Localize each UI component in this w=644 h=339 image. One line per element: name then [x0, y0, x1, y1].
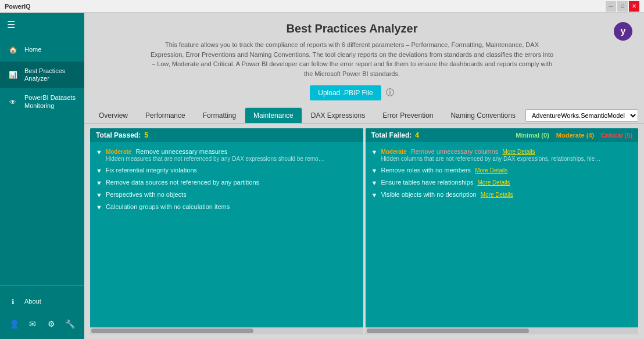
right-panel-header: Total Failed: 4 Minimal (0) Moderate (4)…	[366, 128, 639, 142]
header-actions: Upload .PBIP File ⓘ	[96, 85, 608, 100]
list-item[interactable]: ▼ Visible objects with no description Mo…	[368, 189, 636, 201]
item-title-text: Remove unnecessary columns	[411, 148, 498, 155]
maximize-button[interactable]: □	[617, 1, 628, 12]
sidebar-item-datasets-label: PowerBI Datasets Monitoring	[24, 94, 77, 109]
arrow-icon: ▼	[371, 149, 378, 156]
tools-icon[interactable]: ⚙	[45, 317, 59, 331]
yammer-logo: y	[614, 22, 632, 41]
tab-naming-conventions[interactable]: Naming Conventions	[442, 107, 524, 123]
hamburger-icon[interactable]: ☰	[7, 19, 15, 30]
sidebar-footer: ℹ About 👤 ✉ ⚙ 🔧	[0, 285, 84, 339]
minimize-button[interactable]: ─	[606, 1, 616, 12]
page-title: Best Practices Analyzer	[96, 22, 608, 35]
left-panel-header: Total Passed: 5	[90, 128, 363, 142]
list-item[interactable]: ▼ Remove data sources not referenced by …	[92, 176, 361, 189]
right-panel-body: ▼ Moderate Remove unnecessary columns Mo…	[366, 142, 639, 327]
tab-error-prevention[interactable]: Error Prevention	[374, 107, 442, 123]
item-title-row: Moderate Remove unnecessary columns More…	[381, 148, 632, 155]
item-title-text: Visible objects with no description	[381, 191, 476, 198]
right-panel: Total Failed: 4 Minimal (0) Moderate (4)…	[366, 128, 639, 334]
left-scrollbar-thumb	[91, 329, 253, 333]
item-title-text: Fix referential integrity violations	[106, 167, 197, 174]
list-item[interactable]: ▼ Moderate Remove unnecessary measures H…	[92, 146, 361, 164]
left-panel-body: ▼ Moderate Remove unnecessary measures H…	[90, 142, 363, 327]
arrow-icon: ▼	[96, 179, 102, 186]
item-title-text: Calculation groups with no calculation i…	[106, 203, 230, 210]
left-scrollbar[interactable]	[90, 327, 363, 334]
sidebar-header[interactable]: ☰	[0, 13, 84, 36]
app-body: ☰ 🏠 Home 📊 Best Practices Analyzer 👁 Pow…	[0, 13, 644, 339]
more-details-link[interactable]: More Details	[502, 149, 535, 155]
sidebar-item-about-label: About	[24, 298, 41, 305]
sidebar-item-home[interactable]: 🏠 Home	[0, 38, 84, 62]
sidebar-item-powerbi-datasets[interactable]: 👁 PowerBI Datasets Monitoring	[0, 88, 84, 115]
home-icon: 🏠	[7, 44, 19, 56]
tabs-bar: Overview Performance Formatting Maintena…	[84, 107, 644, 124]
info-icon[interactable]: ⓘ	[386, 88, 394, 98]
item-title-text: Remove data sources not referenced by an…	[106, 179, 259, 186]
passed-count: 5	[144, 131, 148, 139]
item-description: Hidden measures that are not referenced …	[106, 156, 327, 162]
list-item[interactable]: ▼ Moderate Remove unnecessary columns Mo…	[368, 146, 636, 164]
datasets-icon: 👁	[7, 96, 19, 108]
item-content: Visible objects with no description More…	[381, 191, 632, 198]
item-description: Hidden columns that are not referenced b…	[381, 156, 602, 162]
tab-performance[interactable]: Performance	[137, 107, 194, 123]
about-icon: ℹ	[7, 296, 19, 308]
item-title-text: Perspectives with no objects	[106, 191, 187, 198]
item-title-text: Remove roles with no members	[381, 167, 471, 174]
sidebar-item-best-practices[interactable]: 📊 Best Practices Analyzer	[0, 62, 84, 88]
settings-icon[interactable]: 🔧	[63, 317, 77, 331]
tab-maintenance[interactable]: Maintenance	[245, 107, 302, 123]
model-selector[interactable]: AdventureWorks.SemanticModel	[525, 109, 638, 122]
minimal-label: Minimal (0)	[516, 132, 549, 139]
severity-tag: Moderate	[381, 149, 406, 155]
item-content: Perspectives with no objects	[106, 191, 357, 198]
item-title-text: Remove unnecessary measures	[135, 148, 227, 155]
more-details-link[interactable]: More Details	[477, 179, 510, 186]
tabs-right: AdventureWorks.SemanticModel	[525, 109, 638, 122]
failed-count: 4	[415, 131, 419, 139]
arrow-icon: ▼	[371, 167, 378, 174]
list-item[interactable]: ▼ Ensure tables have relationships More …	[368, 176, 636, 189]
list-item[interactable]: ▼ Calculation groups with no calculation…	[92, 201, 361, 213]
item-content: Fix referential integrity violations	[106, 167, 357, 174]
item-content: Moderate Remove unnecessary measures Hid…	[106, 148, 357, 162]
right-scrollbar[interactable]	[366, 327, 639, 334]
list-item[interactable]: ▼ Remove roles with no members More Deta…	[368, 164, 636, 176]
passed-label: Total Passed:	[96, 131, 141, 139]
failed-label: Total Failed:	[371, 131, 412, 139]
more-details-link[interactable]: More Details	[481, 192, 513, 198]
close-button[interactable]: ✕	[629, 1, 639, 12]
upload-button[interactable]: Upload .PBIP File	[310, 85, 381, 100]
sidebar-item-about[interactable]: ℹ About	[0, 290, 84, 313]
more-details-link[interactable]: More Details	[475, 167, 507, 174]
arrow-icon: ▼	[371, 192, 378, 199]
severity-tag: Moderate	[106, 149, 131, 155]
mail-icon[interactable]: ✉	[26, 317, 40, 331]
list-item[interactable]: ▼ Perspectives with no objects	[92, 189, 361, 201]
sidebar-item-best-practices-label: Best Practices Analyzer	[24, 67, 77, 82]
severity-labels: Minimal (0) Moderate (4) Critical (5)	[516, 132, 632, 139]
user-icon[interactable]: 👤	[7, 317, 21, 331]
title-bar-left: PowerIQ	[5, 3, 31, 10]
content-area: Total Passed: 5 ▼ Moderate Remove unnece…	[84, 124, 644, 339]
title-bar-controls: ─ □ ✕	[606, 1, 639, 12]
item-content: Remove roles with no members More Detail…	[381, 167, 632, 174]
critical-label: Critical (5)	[601, 132, 632, 139]
list-item[interactable]: ▼ Fix referential integrity violations	[92, 164, 361, 176]
item-title-text: Ensure tables have relationships	[381, 179, 473, 186]
arrow-icon: ▼	[96, 192, 102, 199]
tab-formatting[interactable]: Formatting	[194, 107, 245, 123]
arrow-icon: ▼	[96, 149, 102, 156]
tab-dax-expressions[interactable]: DAX Expressions	[302, 107, 374, 123]
right-scrollbar-thumb	[367, 329, 529, 333]
tab-overview[interactable]: Overview	[90, 107, 137, 123]
arrow-icon: ▼	[96, 167, 102, 174]
best-practices-icon: 📊	[7, 69, 19, 81]
arrow-icon: ▼	[371, 179, 378, 186]
item-content: Remove data sources not referenced by an…	[106, 179, 357, 186]
moderate-label: Moderate (4)	[556, 132, 594, 139]
panels-row: Total Passed: 5 ▼ Moderate Remove unnece…	[90, 128, 638, 334]
item-content: Calculation groups with no calculation i…	[106, 203, 357, 210]
